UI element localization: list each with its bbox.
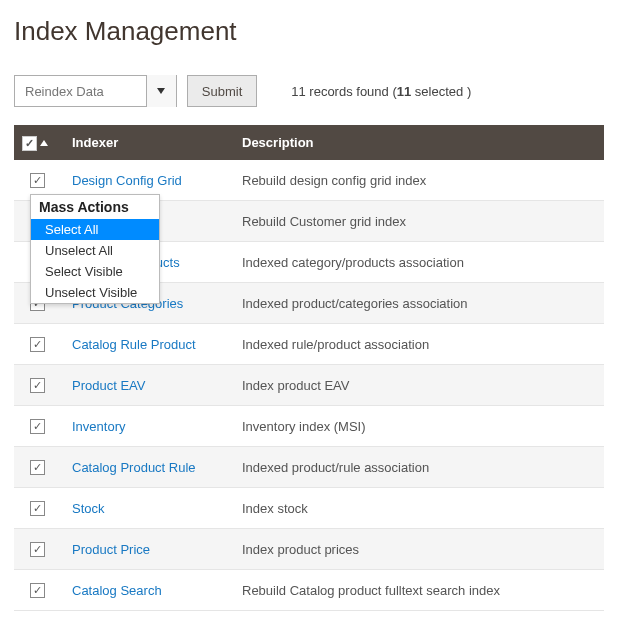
indexer-link[interactable]: Inventory [72, 419, 125, 434]
row-indexer: Catalog Search [60, 570, 230, 611]
mass-actions-title: Mass Actions [31, 195, 159, 219]
row-checkbox[interactable]: ✓ [30, 583, 45, 598]
row-description: Rebuild Customer grid index [230, 201, 604, 242]
row-checkbox-cell: ✓ [14, 406, 60, 447]
header-indexer[interactable]: Indexer [60, 125, 230, 160]
row-checkbox[interactable]: ✓ [30, 378, 45, 393]
row-checkbox[interactable]: ✓ [30, 542, 45, 557]
indexer-link[interactable]: Product EAV [72, 378, 145, 393]
indexer-link[interactable]: Stock [72, 501, 105, 516]
row-description: Index product EAV [230, 365, 604, 406]
row-description: Index product prices [230, 529, 604, 570]
row-checkbox[interactable]: ✓ [30, 501, 45, 516]
action-select-label: Reindex Data [15, 84, 146, 99]
table-row: ✓Catalog SearchRebuild Catalog product f… [14, 570, 604, 611]
row-checkbox-cell: ✓ [14, 488, 60, 529]
mass-action-item[interactable]: Select Visible [31, 261, 159, 282]
row-indexer: Inventory [60, 406, 230, 447]
row-checkbox-cell: ✓ [14, 324, 60, 365]
mass-actions-menu: Mass Actions Select AllUnselect AllSelec… [30, 194, 160, 304]
row-indexer: Product EAV [60, 365, 230, 406]
row-indexer: Product Price [60, 529, 230, 570]
header-description[interactable]: Description [230, 125, 604, 160]
row-checkbox-cell: ✓ [14, 529, 60, 570]
mass-action-item[interactable]: Select All [31, 219, 159, 240]
table-row: ✓Catalog Rule ProductIndexed rule/produc… [14, 324, 604, 365]
header-checkbox-cell: ✓ [14, 125, 60, 160]
indexer-link[interactable]: Catalog Rule Product [72, 337, 196, 352]
row-description: Index stock [230, 488, 604, 529]
submit-button[interactable]: Submit [187, 75, 257, 107]
row-checkbox[interactable]: ✓ [30, 419, 45, 434]
row-description: Indexed product/rule association [230, 447, 604, 488]
row-description: Indexed category/products association [230, 242, 604, 283]
table-row: ✓Product PriceIndex product prices [14, 529, 604, 570]
row-description: Indexed product/categories association [230, 283, 604, 324]
row-checkbox[interactable]: ✓ [30, 337, 45, 352]
row-checkbox-cell: ✓ [14, 570, 60, 611]
row-description: Rebuild Catalog product fulltext search … [230, 570, 604, 611]
row-checkbox[interactable]: ✓ [30, 173, 45, 188]
indexer-link[interactable]: Product Price [72, 542, 150, 557]
records-prefix: 11 records found ( [291, 84, 397, 99]
indexer-link[interactable]: Design Config Grid [72, 173, 182, 188]
table-row: ✓InventoryInventory index (MSI) [14, 406, 604, 447]
row-checkbox-cell: ✓ [14, 447, 60, 488]
table-row: ✓StockIndex stock [14, 488, 604, 529]
row-description: Inventory index (MSI) [230, 406, 604, 447]
indexer-link[interactable]: Catalog Product Rule [72, 460, 196, 475]
mass-action-item[interactable]: Unselect Visible [31, 282, 159, 303]
select-all-checkbox[interactable]: ✓ [22, 136, 37, 151]
toolbar: Reindex Data Submit 11 records found (11… [14, 75, 604, 107]
row-checkbox[interactable]: ✓ [30, 460, 45, 475]
table-row: ✓Product EAVIndex product EAV [14, 365, 604, 406]
row-description: Indexed rule/product association [230, 324, 604, 365]
records-suffix: selected ) [411, 84, 471, 99]
records-found: 11 records found (11 selected ) [291, 84, 471, 99]
page-title: Index Management [14, 16, 604, 47]
chevron-down-icon [146, 75, 176, 107]
table-row: ✓Catalog Product RuleIndexed product/rul… [14, 447, 604, 488]
mass-action-item[interactable]: Unselect All [31, 240, 159, 261]
caret-up-icon[interactable] [40, 140, 48, 146]
row-description: Rebuild design config grid index [230, 160, 604, 201]
action-select[interactable]: Reindex Data [14, 75, 177, 107]
row-indexer: Catalog Rule Product [60, 324, 230, 365]
indexer-link[interactable]: Catalog Search [72, 583, 162, 598]
row-indexer: Stock [60, 488, 230, 529]
row-indexer: Catalog Product Rule [60, 447, 230, 488]
records-selected-count: 11 [397, 84, 411, 99]
row-checkbox-cell: ✓ [14, 365, 60, 406]
